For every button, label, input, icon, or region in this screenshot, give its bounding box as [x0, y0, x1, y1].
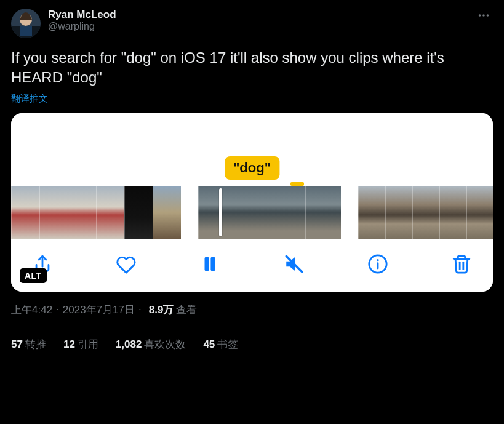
- svg-point-6: [487, 14, 489, 17]
- trash-icon: [451, 254, 472, 274]
- translate-link[interactable]: 翻译推文: [11, 93, 48, 105]
- search-chip: "dog": [225, 156, 279, 180]
- clip-group[interactable]: [358, 186, 493, 239]
- clip-thumb: [96, 186, 124, 239]
- clip-thumb: [439, 186, 466, 239]
- clip-thumb: [234, 186, 270, 239]
- alt-badge[interactable]: ALT: [20, 268, 47, 283]
- media-top: "dog": [11, 113, 493, 180]
- clip-thumb: [124, 186, 153, 239]
- playhead[interactable]: [219, 188, 222, 236]
- svg-rect-3: [20, 26, 32, 36]
- views-count: 8.9万: [149, 303, 174, 317]
- media-card[interactable]: "dog": [11, 113, 493, 292]
- more-button[interactable]: [474, 6, 493, 27]
- clip-thumb: [305, 186, 341, 239]
- clip-thumb: [358, 186, 385, 239]
- avatar[interactable]: [11, 9, 41, 38]
- mute-icon: [284, 254, 305, 274]
- svg-point-12: [377, 259, 378, 261]
- tweet-meta: 上午4:42 · 2023年7月17日 · 8.9万 查看: [11, 303, 493, 317]
- clip-thumb: [270, 186, 305, 239]
- meta-separator: ·: [138, 303, 142, 316]
- clip-thumb: [39, 186, 68, 239]
- pause-icon: [199, 254, 220, 274]
- delete-button[interactable]: [451, 254, 472, 274]
- mute-button[interactable]: [284, 254, 305, 274]
- clip-thumb: [68, 186, 96, 239]
- stat-retweets[interactable]: 57转推: [11, 337, 46, 351]
- tweet-header: Ryan McLeod @warpling: [11, 9, 493, 38]
- meta-separator: ·: [56, 303, 59, 316]
- tweet-container: Ryan McLeod @warpling If you search for …: [0, 0, 504, 351]
- clip-timeline[interactable]: [11, 180, 493, 242]
- views-label: 查看: [176, 303, 197, 317]
- more-icon: [477, 9, 490, 22]
- tweet-text: If you search for "dog" on iOS 17 it'll …: [11, 48, 493, 88]
- svg-point-5: [482, 14, 485, 17]
- handle: @warpling: [48, 21, 474, 32]
- tweet-time[interactable]: 上午4:42: [11, 303, 52, 317]
- clip-thumb: [385, 186, 412, 239]
- svg-rect-8: [211, 257, 215, 271]
- media-toolbar: [11, 242, 493, 292]
- tweet-date[interactable]: 2023年7月17日: [63, 303, 135, 317]
- clip-thumb: [11, 186, 39, 239]
- info-icon: [367, 254, 388, 274]
- author-names[interactable]: Ryan McLeod @warpling: [48, 9, 474, 32]
- stat-bookmarks[interactable]: 45书签: [203, 337, 238, 351]
- display-name: Ryan McLeod: [48, 9, 474, 21]
- stat-likes[interactable]: 1,082喜欢次数: [116, 337, 186, 351]
- clip-thumb: [412, 186, 439, 239]
- clip-thumb: [153, 186, 181, 239]
- clip-thumb: [466, 186, 493, 239]
- svg-rect-7: [205, 257, 209, 271]
- tweet-stats: 57转推 12引用 1,082喜欢次数 45书签: [11, 326, 493, 351]
- clip-group[interactable]: [198, 186, 341, 239]
- like-button[interactable]: [116, 254, 137, 274]
- info-button[interactable]: [367, 254, 388, 274]
- clip-thumb: [198, 186, 234, 239]
- heart-icon: [116, 254, 137, 274]
- clip-group[interactable]: [11, 186, 181, 239]
- svg-point-4: [479, 14, 481, 17]
- stat-quotes[interactable]: 12引用: [63, 337, 98, 351]
- pause-button[interactable]: [199, 254, 220, 274]
